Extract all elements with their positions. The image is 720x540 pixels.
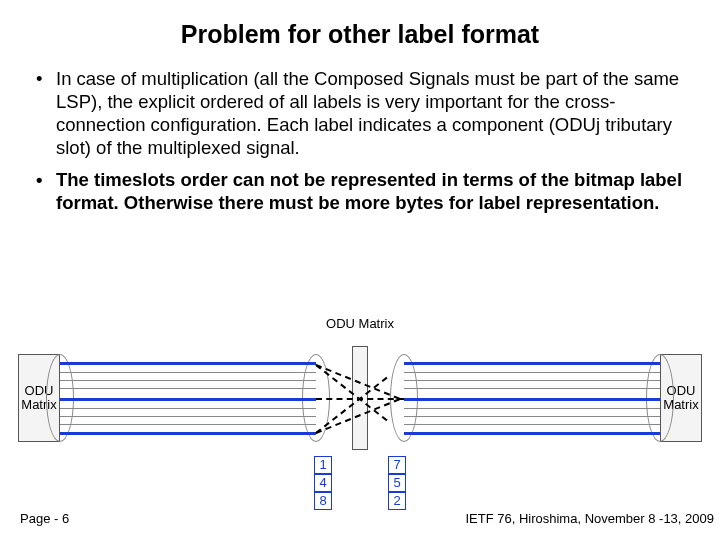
timeslot-label: 7: [388, 456, 406, 474]
fiber-line: [60, 372, 316, 373]
timeslot-label: 1: [314, 456, 332, 474]
conference-info: IETF 76, Hiroshima, November 8 -13, 2009: [465, 511, 714, 526]
fiber-line: [404, 388, 660, 389]
fiber-line: [60, 432, 316, 435]
fiber-line: [60, 380, 316, 381]
bullet-text: In case of multiplication (all the Compo…: [56, 67, 690, 160]
fiber-line: [60, 388, 316, 389]
fiber-line: [60, 398, 316, 401]
fiber-line: [60, 408, 316, 409]
fiber-line: [404, 380, 660, 381]
fiber-line: [404, 408, 660, 409]
bullet-marker: •: [30, 67, 56, 160]
bullet-text: The timeslots order can not be represent…: [56, 168, 690, 214]
fiber-line: [404, 398, 660, 401]
page-number: Page - 6: [20, 511, 69, 526]
timeslot-label: 4: [314, 474, 332, 492]
timeslot-label: 8: [314, 492, 332, 510]
fiber-bundle-left: [60, 354, 316, 442]
fiber-line: [404, 424, 660, 425]
fiber-line: [60, 362, 316, 365]
cross-connection-diagram: ODU Matrix ODU Matrix ODU Matrix: [18, 308, 702, 488]
fiber-line: [404, 416, 660, 417]
bullet-item: • In case of multiplication (all the Com…: [30, 67, 690, 160]
bullet-item: • The timeslots order can not be represe…: [30, 168, 690, 214]
timeslot-label: 5: [388, 474, 406, 492]
odu-matrix-center-label: ODU Matrix: [326, 316, 394, 331]
fiber-line: [60, 424, 316, 425]
timeslot-label: 2: [388, 492, 406, 510]
slide-body: • In case of multiplication (all the Com…: [0, 67, 720, 214]
fiber-line: [60, 416, 316, 417]
fiber-line: [404, 362, 660, 365]
fiber-line: [404, 432, 660, 435]
fiber-bundle-right: [404, 354, 660, 442]
bullet-marker: •: [30, 168, 56, 214]
fiber-line: [404, 372, 660, 373]
slide-title: Problem for other label format: [0, 0, 720, 67]
